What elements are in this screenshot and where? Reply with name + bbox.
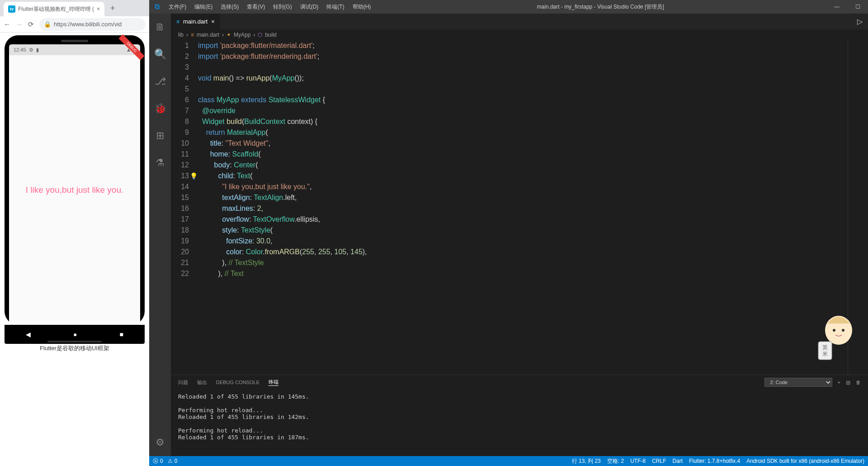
maximize-icon[interactable]: ☐ (847, 0, 868, 14)
debug-icon[interactable]: 🐞 (149, 100, 171, 118)
phone-speaker (61, 40, 88, 42)
language-mode[interactable]: Dart (672, 458, 683, 464)
android-statusbar: 12:45 ⚙ ▮ ▲ ▮ DEBUG (9, 44, 140, 55)
settings-gear-icon[interactable]: ⚙ (149, 433, 171, 452)
app-text: I like you,but just like you. (26, 185, 124, 195)
breadcrumb[interactable]: lib › ≡ main.dart › ✦ MyApp › ⬡ build (171, 29, 868, 40)
menu-item[interactable]: 文件(F) (165, 0, 190, 14)
minimap[interactable] (848, 40, 868, 375)
nav-reload-icon[interactable]: ⟳ (28, 20, 34, 29)
terminal-select[interactable]: 2: Code (764, 378, 832, 387)
android-emulator: 12:45 ⚙ ▮ ▲ ▮ DEBUG I like you,but just … (5, 35, 145, 325)
phone-screen: 12:45 ⚙ ▮ ▲ ▮ DEBUG I like you,but just … (9, 44, 140, 325)
nav-home-icon[interactable]: ● (73, 331, 77, 338)
home-indicator (47, 341, 102, 342)
eol[interactable]: CRLF (652, 458, 666, 464)
file-icon: ≡ (191, 32, 194, 38)
menu-item[interactable]: 选择(S) (217, 0, 242, 14)
editor-area: ≡ main.dart × ▷ lib › ≡ main.dart › ✦ My… (171, 14, 868, 456)
tab-output[interactable]: 输出 (197, 379, 207, 386)
line-numbers: 12345678910111213141516171819202122 (171, 40, 198, 375)
tab-label: main.dart (183, 18, 208, 25)
source-control-icon[interactable]: ⎇ (149, 72, 171, 90)
new-terminal-icon[interactable]: + (838, 380, 840, 385)
browser-tab[interactable]: tv Flutter基础视频教程_哔哩哔哩 ( × (4, 2, 104, 16)
nav-recents-icon[interactable]: ■ (120, 331, 123, 338)
statusbar: ⓧ 0 ⚠ 0 行 13, 列 23 空格: 2 UTF-8 CRLF Dart… (149, 456, 868, 466)
search-icon[interactable]: 🔍 (149, 45, 171, 63)
run-icon[interactable]: ▷ (852, 17, 868, 26)
menu-item[interactable]: 终端(T) (323, 0, 348, 14)
window-title: main.dart - my_firstapp - Visual Studio … (374, 3, 826, 11)
class-icon: ✦ (226, 32, 231, 38)
menu-item[interactable]: 帮助(H) (349, 0, 375, 14)
vscode-window: ⧉ 文件(F)编辑(E)选择(S)查看(V)转到(G)调试(D)终端(T)帮助(… (149, 0, 868, 466)
browser-tabs: tv Flutter基础视频教程_哔哩哔哩 ( × + (0, 0, 149, 16)
bottom-panel: 问题 输出 DEBUG CONSOLE 终端 2: Code + ▥ 🗑 Rel… (171, 375, 868, 456)
terminal-output[interactable]: Reloaded 1 of 455 libraries in 145ms. Pe… (171, 390, 868, 456)
device-selector[interactable]: Android SDK built for x86 (android-x86 E… (746, 458, 864, 464)
close-icon[interactable]: × (211, 18, 215, 25)
window-controls: — ☐ (826, 0, 868, 14)
battery-icon: ▮ (36, 47, 39, 53)
url-bar[interactable]: 🔒 https://www.bilibili.com/vid (39, 18, 146, 31)
editor-tabs: ≡ main.dart × ▷ (171, 14, 868, 29)
bc-file[interactable]: main.dart (197, 32, 219, 38)
errors-item[interactable]: ⓧ 0 (153, 457, 163, 465)
lock-icon: 🔒 (44, 21, 51, 28)
gear-icon: ⚙ (29, 47, 33, 53)
warnings-item[interactable]: ⚠ 0 (168, 458, 178, 464)
titlebar: ⧉ 文件(F)编辑(E)选择(S)查看(V)转到(G)调试(D)终端(T)帮助(… (149, 0, 868, 14)
main-area: 🗎 🔍 ⎇ 🐞 ⊞ ⚗ ⚙ ≡ main.dart × ▷ lib › ≡ ma… (149, 14, 868, 456)
split-terminal-icon[interactable]: ▥ (846, 380, 850, 385)
menu-item[interactable]: 转到(G) (269, 0, 295, 14)
video-desc: Flutter是谷歌的移动UI框架 (31, 344, 118, 353)
new-tab-button[interactable]: + (106, 2, 119, 14)
nav-back-icon[interactable]: ← (4, 20, 10, 28)
tab-problems[interactable]: 问题 (178, 379, 188, 386)
tab-title: Flutter基础视频教程_哔哩哔哩 ( (18, 5, 94, 13)
menu-item[interactable]: 查看(V) (243, 0, 269, 14)
bilibili-icon: tv (8, 5, 15, 13)
trash-icon[interactable]: 🗑 (856, 380, 861, 385)
nav-back-icon[interactable]: ◀ (26, 331, 31, 338)
menubar: 文件(F)编辑(E)选择(S)查看(V)转到(G)调试(D)终端(T)帮助(H) (165, 0, 374, 14)
bc-folder[interactable]: lib (178, 32, 184, 38)
flutter-version[interactable]: Flutter: 1.7.8+hotfix.4 (689, 458, 740, 464)
code-editor[interactable]: 💡 12345678910111213141516171819202122 im… (171, 40, 868, 375)
tab-debug-console[interactable]: DEBUG CONSOLE (216, 380, 259, 385)
test-icon[interactable]: ⚗ (149, 154, 171, 172)
page-content: 12:45 ⚙ ▮ ▲ ▮ DEBUG I like you,but just … (0, 33, 149, 466)
file-tab-main-dart[interactable]: ≡ main.dart × (171, 14, 220, 29)
panel-tabs: 问题 输出 DEBUG CONSOLE 终端 2: Code + ▥ 🗑 (171, 375, 868, 390)
bc-method[interactable]: build (265, 32, 276, 38)
indentation[interactable]: 空格: 2 (607, 457, 624, 465)
extensions-icon[interactable]: ⊞ (149, 127, 171, 145)
method-icon: ⬡ (258, 32, 262, 38)
nav-forward-icon[interactable]: → (16, 20, 23, 28)
browser-window: tv Flutter基础视频教程_哔哩哔哩 ( × + ← → ⟳ 🔒 http… (0, 0, 149, 466)
code-content[interactable]: import 'package:flutter/material.dart'; … (198, 40, 848, 375)
close-icon[interactable]: × (97, 6, 100, 12)
dart-file-icon: ≡ (176, 19, 179, 25)
minimize-icon[interactable]: — (826, 0, 847, 14)
menu-item[interactable]: 编辑(E) (191, 0, 216, 14)
menu-item[interactable]: 调试(D) (297, 0, 322, 14)
tab-terminal[interactable]: 终端 (269, 379, 278, 386)
activity-bar: 🗎 🔍 ⎇ 🐞 ⊞ ⚗ ⚙ (149, 14, 171, 456)
app-body: I like you,but just like you. (9, 55, 140, 325)
bc-class[interactable]: MyApp (234, 32, 250, 38)
encoding[interactable]: UTF-8 (630, 458, 646, 464)
lightbulb-icon[interactable]: 💡 (190, 171, 198, 181)
vscode-logo-icon: ⧉ (149, 3, 165, 11)
clock: 12:45 (14, 47, 26, 52)
url-text: https://www.bilibili.com/vid (54, 21, 122, 28)
cursor-position[interactable]: 行 13, 列 23 (572, 457, 601, 465)
explorer-icon[interactable]: 🗎 (149, 18, 171, 36)
browser-toolbar: ← → ⟳ 🔒 https://www.bilibili.com/vid (0, 16, 149, 33)
